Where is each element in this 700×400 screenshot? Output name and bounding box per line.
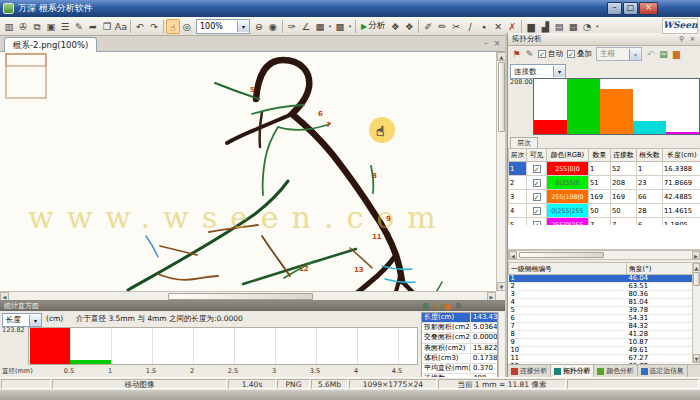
- combo-arrow-icon[interactable]: ▾: [29, 315, 41, 326]
- tab-menu-icon[interactable]: –: [481, 39, 491, 48]
- auto-checkbox[interactable]: ✓自动: [538, 49, 563, 59]
- table-row[interactable]: 910.87: [509, 339, 693, 347]
- undo-small-icon[interactable]: ↶: [644, 48, 657, 61]
- combo-arrow-icon[interactable]: ▾: [553, 66, 565, 77]
- excel-export-icon[interactable]: ▤: [657, 48, 670, 61]
- document-tab[interactable]: 根系-2.png(100%): [4, 37, 97, 53]
- tab-close-icon[interactable]: ×: [492, 39, 502, 48]
- undo-icon[interactable]: ↶: [133, 19, 147, 34]
- zoom-out-icon[interactable]: ⊖: [252, 19, 266, 34]
- line-tool-icon[interactable]: ∕: [463, 19, 477, 34]
- excel-save-icon[interactable]: ▤: [421, 302, 430, 310]
- table-row[interactable]: 263.51: [509, 283, 693, 291]
- vertical-scroll-thumb[interactable]: [498, 62, 505, 132]
- summary-row[interactable]: 交叠面积(cm2)0.0000: [422, 333, 497, 343]
- checkbox-icon[interactable]: ✓: [567, 50, 575, 58]
- pen-b-icon[interactable]: ✏: [435, 19, 449, 34]
- histogram-report-icon[interactable]: ▟: [538, 19, 552, 34]
- label-pencil-icon[interactable]: ✎: [523, 48, 536, 61]
- chart-save-icon[interactable]: ▆: [443, 302, 452, 310]
- summary-row[interactable]: 长度(cm)143.436: [422, 313, 497, 323]
- combo-arrow-icon[interactable]: ▾: [237, 21, 249, 32]
- grid-report-icon[interactable]: ▦: [566, 19, 580, 34]
- summary-row[interactable]: 表面积(cm2)15.8225: [422, 344, 497, 354]
- canvas-horizontal-scrollbar[interactable]: ◀ ▶: [0, 291, 496, 300]
- table-report-icon[interactable]: ▤: [552, 19, 566, 34]
- tab-1[interactable]: 连接分析: [508, 365, 551, 377]
- save-icon[interactable]: ▣: [44, 19, 58, 34]
- copy-page-icon[interactable]: ❐: [100, 19, 114, 34]
- table-row[interactable]: 4✓0|255|25550502811.4615: [509, 204, 700, 218]
- shape-tool-icon[interactable]: ▩: [333, 19, 347, 34]
- print-icon[interactable]: ☰: [58, 19, 72, 34]
- vertical-scroll-thumb[interactable]: [693, 272, 700, 286]
- stamp-a-icon[interactable]: ❖: [388, 19, 402, 34]
- tab-3[interactable]: 颜色分析: [594, 365, 637, 377]
- scroll-down-icon[interactable]: ▼: [693, 354, 700, 362]
- table-row[interactable]: 784.32: [509, 323, 693, 331]
- summary-row[interactable]: 平均直径(mm)0.370: [422, 364, 497, 374]
- settings-icon[interactable]: ⚙: [454, 302, 463, 310]
- redo-icon[interactable]: ↷: [147, 19, 161, 34]
- zoom-level-combo[interactable]: 100%▾: [196, 19, 250, 34]
- analyze-button[interactable]: ▶分析: [358, 20, 388, 32]
- horizontal-scroll-thumb[interactable]: [519, 252, 604, 258]
- table-row[interactable]: 146.04: [509, 275, 693, 283]
- table-row[interactable]: 481.04: [509, 299, 693, 307]
- export-icon[interactable]: ➦: [86, 19, 100, 34]
- scan-icon[interactable]: ✇: [16, 19, 30, 34]
- summary-scrollbar[interactable]: [498, 312, 504, 378]
- canvas-vertical-scrollbar[interactable]: ▲ ▼: [496, 52, 505, 291]
- tab-2[interactable]: 拓扑分析: [551, 365, 594, 377]
- panel-close-icon[interactable]: ×: [688, 35, 697, 43]
- scroll-up-icon[interactable]: ▲: [693, 263, 700, 271]
- hand-tool-icon[interactable]: ☝: [166, 19, 180, 34]
- table-row[interactable]: 539.78: [509, 307, 693, 315]
- flag-icon[interactable]: ⚑: [510, 48, 523, 61]
- chart-export-icon[interactable]: ▆: [670, 48, 683, 61]
- checkbox-icon[interactable]: ✓: [538, 50, 546, 58]
- image-canvas[interactable]: ☝ www.wseen.com 56789111213: [0, 52, 496, 291]
- minimize-button[interactable]: –: [607, 2, 622, 15]
- table-row[interactable]: 1✓255|0|0152116.3388: [509, 162, 700, 176]
- point-tool-icon[interactable]: ∙: [477, 19, 491, 34]
- table-row[interactable]: 654.31: [509, 315, 693, 323]
- visibility-checkbox[interactable]: ✓: [533, 193, 541, 201]
- maximize-button[interactable]: □: [623, 2, 638, 15]
- visibility-checkbox[interactable]: ✓: [533, 165, 541, 173]
- dropdown-arrow-icon[interactable]: ▾: [347, 23, 353, 29]
- table-row[interactable]: 3✓255|108|01691696642.4885: [509, 190, 700, 204]
- topology-metric-combo[interactable]: 连接数 ▾: [510, 64, 566, 79]
- edit-pencil-icon[interactable]: ✎: [72, 19, 86, 34]
- delete-tool-icon[interactable]: ✗: [505, 19, 519, 34]
- text-tool-icon[interactable]: Aa: [114, 19, 128, 34]
- scroll-left-icon[interactable]: ◀: [509, 251, 517, 259]
- table-row[interactable]: 2✓0|255|0512082371.8669: [509, 176, 700, 190]
- table-row[interactable]: 380.36: [509, 291, 693, 299]
- summary-row[interactable]: 投影面积(cm2)5.0364: [422, 323, 497, 333]
- measure-tool-icon[interactable]: ✑: [285, 19, 299, 34]
- close-button[interactable]: ×: [639, 2, 658, 15]
- dropdown-arrow-icon[interactable]: ▾: [594, 23, 600, 29]
- main-root-combo[interactable]: 主根▾: [596, 47, 642, 61]
- chart-report-icon[interactable]: ▆: [524, 19, 538, 34]
- overlay-checkbox[interactable]: ✓叠加: [567, 49, 592, 59]
- view-mode-icon[interactable]: ◉: [266, 19, 280, 34]
- horizontal-scroll-thumb[interactable]: [168, 293, 313, 300]
- zoom-tool-icon[interactable]: ◎: [180, 19, 194, 34]
- stamp-b-icon[interactable]: ❖: [402, 19, 416, 34]
- pen-a-icon[interactable]: ✐: [421, 19, 435, 34]
- open-icon[interactable]: ▥: [2, 19, 16, 34]
- color-palette-icon[interactable]: ▦: [313, 19, 327, 34]
- pin-icon[interactable]: ⚲: [677, 35, 686, 43]
- angle-table-scrollbar[interactable]: ▲ ▼: [692, 262, 700, 363]
- histogram-metric-combo[interactable]: 长度 ▾: [2, 313, 42, 327]
- cut-tool-icon[interactable]: ✂: [449, 19, 463, 34]
- report-save-icon[interactable]: ▥: [432, 302, 441, 310]
- visibility-checkbox[interactable]: ✓: [533, 179, 541, 187]
- options-icon[interactable]: ◔: [580, 19, 594, 34]
- table-row[interactable]: 1167.27: [509, 355, 693, 363]
- combo-arrow-icon[interactable]: ▾: [629, 49, 641, 60]
- summary-row[interactable]: 体积(cm3)0.1738: [422, 354, 497, 364]
- erase-tool-icon[interactable]: ✕: [491, 19, 505, 34]
